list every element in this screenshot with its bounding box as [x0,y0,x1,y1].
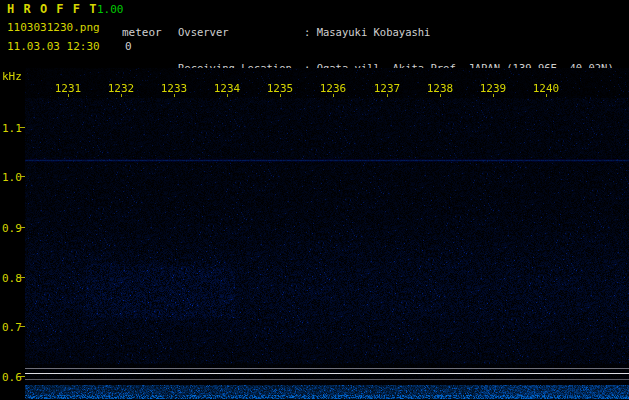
y-tick-mark [20,227,25,228]
y-tick-mark [20,326,25,327]
hrofft-screen: H R O F F T 1.00 1103031230.png meteor 1… [0,0,629,400]
y-tick-label: 0.6 [2,371,22,384]
app-title: H R O F F T [7,2,97,16]
mode-label: meteor [122,26,162,39]
x-tick-mark [546,94,547,97]
y-tick-label: 0.9 [2,222,22,235]
y-tick-label: 1.0 [2,171,22,184]
timestamp: 11.03.03 12:30 [7,40,100,53]
y-tick-mark [20,376,25,377]
app-version: 1.00 [97,3,124,16]
info-label: Ovserver [178,26,304,38]
y-tick-mark [20,176,25,177]
y-tick-label: 1.1 [2,122,22,135]
y-tick-label: 0.8 [2,272,22,285]
x-tick-mark [280,94,281,97]
echo-count: 0 [125,40,132,53]
y-tick-mark [20,277,25,278]
x-tick-mark [174,94,175,97]
x-tick-mark [493,94,494,97]
spectrogram-canvas [25,68,629,400]
x-tick-mark [440,94,441,97]
info-value: : Masayuki Kobayashi [304,26,430,38]
y-tick-mark [20,127,25,128]
y-axis-unit-label: kHz [2,70,22,83]
x-tick-mark [227,94,228,97]
x-tick-mark [121,94,122,97]
output-filename: 1103031230.png [7,21,100,34]
x-tick-mark [387,94,388,97]
info-row-observer: Ovserver: Masayuki Kobayashi [178,26,614,38]
y-tick-label: 0.7 [2,321,22,334]
x-tick-mark [333,94,334,97]
x-tick-mark [68,94,69,97]
